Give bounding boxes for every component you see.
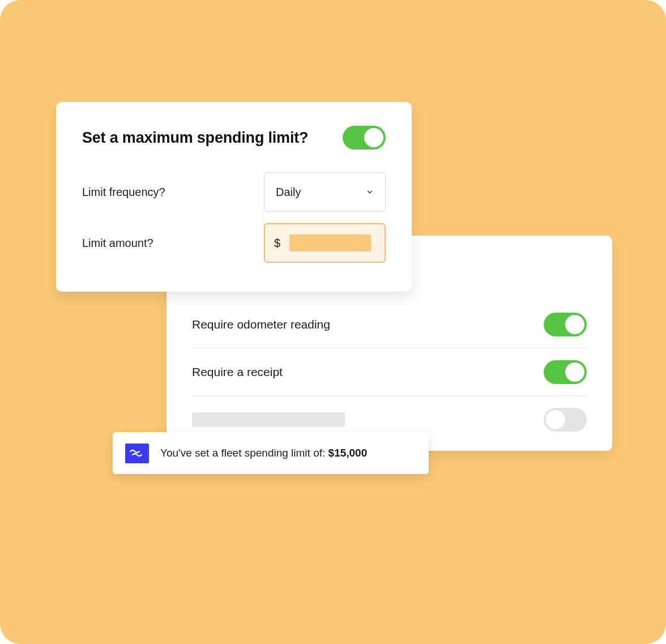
toggle-knob: [546, 410, 565, 429]
require-receipt-row: Require a receipt: [192, 348, 587, 396]
toggle-knob: [364, 128, 383, 147]
frequency-select[interactable]: Daily: [264, 172, 386, 212]
require-receipt-label: Require a receipt: [192, 365, 283, 379]
fleet-limit-toast: You've set a fleet spending limit of: $1…: [113, 432, 429, 474]
amount-row: Limit amount? $: [82, 223, 386, 263]
require-receipt-toggle[interactable]: [544, 360, 587, 384]
toggle-knob: [565, 362, 584, 382]
toast-message: You've set a fleet spending limit of: $1…: [160, 447, 367, 459]
spending-title: Set a maximum spending limit?: [82, 129, 308, 147]
currency-symbol: $: [274, 237, 280, 250]
amount-label: Limit amount?: [82, 237, 153, 250]
spending-limit-card: Set a maximum spending limit? Limit freq…: [56, 102, 412, 292]
wave-icon: [130, 449, 144, 458]
require-odometer-row: Require odometer reading: [192, 301, 587, 348]
toast-message-prefix: You've set a fleet spending limit of:: [160, 447, 328, 459]
spending-limit-toggle[interactable]: [343, 126, 386, 150]
frequency-label: Limit frequency?: [82, 186, 165, 199]
placeholder-label-skeleton: [192, 412, 345, 427]
toast-amount: $15,000: [328, 447, 368, 459]
amount-placeholder-bar: [289, 234, 371, 251]
frequency-row: Limit frequency? Daily: [82, 172, 386, 212]
toggle-knob: [565, 315, 584, 334]
require-odometer-toggle[interactable]: [544, 313, 587, 336]
frequency-value: Daily: [276, 186, 301, 199]
canvas-background: Require odometer reading Require a recei…: [0, 0, 666, 644]
require-placeholder-toggle[interactable]: [544, 408, 587, 432]
amount-input[interactable]: $: [264, 223, 386, 263]
brand-icon: [125, 443, 149, 463]
require-odometer-label: Require odometer reading: [192, 318, 330, 331]
spending-header-row: Set a maximum spending limit?: [82, 126, 386, 150]
chevron-down-icon: [366, 188, 374, 196]
